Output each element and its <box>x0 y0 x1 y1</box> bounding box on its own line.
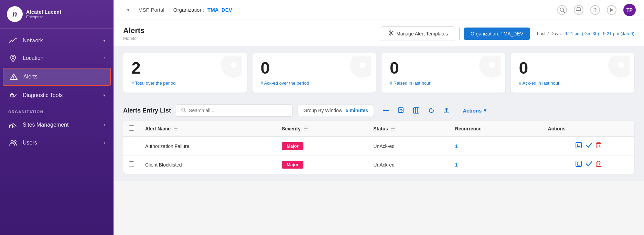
sidebar-item-label-network: Network <box>23 38 43 44</box>
users-arrow: › <box>104 140 105 145</box>
alerts-header: Alerts Monitor Manage Alert Templates Or… <box>114 20 644 46</box>
svg-point-3 <box>13 78 14 79</box>
alerts-icon <box>9 73 19 80</box>
search-input[interactable] <box>189 108 288 113</box>
sidebar-item-location[interactable]: Location › <box>0 49 114 67</box>
expand-row-button-0[interactable] <box>575 142 582 150</box>
row-status: UnAck-ed <box>368 156 449 174</box>
stat-card-1: 0 # Ack-ed over the period <box>253 53 376 93</box>
svg-rect-39 <box>576 161 581 167</box>
row-checkbox-1[interactable] <box>129 161 134 167</box>
delete-row-button-1[interactable] <box>596 161 601 169</box>
sidebar-item-network[interactable]: Network ▾ <box>0 32 114 49</box>
collapse-sidebar-button[interactable]: « <box>122 0 134 20</box>
diagnostic-icon <box>8 92 18 99</box>
stat-label: # Ack-ed over the period <box>261 81 368 86</box>
export-icon-btn[interactable] <box>441 105 452 116</box>
manage-btn-label: Manage Alert Templates <box>396 31 448 36</box>
alert-name-menu-icon[interactable]: ☰ <box>173 126 178 131</box>
severity-badge: Major <box>282 161 303 169</box>
sites-arrow: › <box>104 122 105 127</box>
svg-rect-33 <box>596 143 601 148</box>
svg-point-0 <box>12 56 14 58</box>
org-filter-button[interactable]: Organization: TMA_DEV <box>464 28 530 40</box>
sidebar-item-label-users: Users <box>23 140 37 146</box>
sidebar-item-label-sites: Sites Management <box>23 122 68 128</box>
row-actions-cell <box>543 156 634 174</box>
search-box[interactable] <box>176 104 293 117</box>
svg-rect-32 <box>576 142 581 148</box>
stat-label: # Total over the period <box>131 81 239 86</box>
svg-point-8 <box>14 141 16 143</box>
actions-dropdown-button[interactable]: Actions ▾ <box>457 105 492 116</box>
bell-icon-btn[interactable] <box>574 5 583 15</box>
sidebar-item-users[interactable]: Users › <box>0 134 114 152</box>
sidebar-logo: n Alcatel·Lucent Enterprise <box>0 0 114 29</box>
date-range-prefix: Last 7 Days: <box>537 31 562 36</box>
alerts-list-section: Alerts Entry List Group By Window: 5 min… <box>114 99 644 181</box>
th-status: Status ☰ <box>368 121 449 137</box>
date-range-value: 9:21 pm (Dec 30) - 9:21 pm (Jan 6) <box>565 31 634 36</box>
sidebar-nav: Network ▾ Location › Alerts <box>0 29 114 235</box>
row-actions <box>548 160 629 169</box>
stat-label: # Raised in last hour <box>390 81 497 86</box>
row-actions <box>548 142 629 150</box>
severity-badge: Major <box>282 142 303 150</box>
edit-icon-btn[interactable] <box>395 105 407 116</box>
sidebar-item-label-alerts: Alerts <box>23 74 37 80</box>
network-icon <box>8 38 18 44</box>
page-subtitle: Monitor <box>123 36 381 41</box>
play-icon-btn[interactable] <box>607 5 616 15</box>
ack-row-button-0[interactable] <box>586 142 592 150</box>
stat-card-0: 2 # Total over the period <box>123 53 247 93</box>
portal-label: MSP Portal <box>138 7 164 13</box>
select-all-checkbox[interactable] <box>129 125 134 131</box>
row-alert-name: Authorization Failure <box>140 137 276 156</box>
svg-line-10 <box>563 11 565 12</box>
org-section-label: ORGANIZATION <box>0 104 114 116</box>
th-severity: Severity ☰ <box>276 121 368 137</box>
alerts-title-block: Alerts Monitor <box>123 26 381 41</box>
group-by-window-button[interactable]: Group By Window: 5 minutes <box>298 105 374 116</box>
row-severity: Major <box>276 156 368 174</box>
topbar-org-label: Organization: <box>173 7 204 13</box>
search-icon <box>181 107 186 114</box>
network-arrow: ▾ <box>103 38 105 43</box>
severity-menu-icon[interactable]: ☰ <box>303 126 308 131</box>
sidebar-item-alerts[interactable]: Alerts <box>3 68 111 86</box>
stat-value: 0 <box>390 60 497 76</box>
help-icon-btn[interactable]: ? <box>590 5 600 15</box>
search-icon-btn[interactable] <box>557 5 567 15</box>
sidebar-item-diagnostic[interactable]: Diagnostic Tools ▾ <box>0 86 114 104</box>
sidebar-item-sites[interactable]: Sites Management › <box>0 116 114 134</box>
group-by-value: 5 minutes <box>346 108 368 113</box>
actions-label: Actions <box>463 108 482 114</box>
group-by-label: Group By Window: <box>303 108 344 113</box>
stat-value: 0 <box>261 60 368 76</box>
th-recurrence: Recurrence <box>450 121 543 137</box>
recurrence-value: 1 <box>455 162 458 168</box>
gear-icon <box>388 30 394 37</box>
expand-icon-btn[interactable] <box>380 105 392 116</box>
refresh-icon-btn[interactable] <box>426 105 437 116</box>
row-severity: Major <box>276 137 368 156</box>
column-icon-btn[interactable] <box>410 105 422 116</box>
th-actions: Actions <box>543 121 634 137</box>
row-checkbox-0[interactable] <box>129 143 134 148</box>
row-checkbox-cell <box>123 156 140 174</box>
manage-alert-templates-button[interactable]: Manage Alert Templates <box>381 26 455 41</box>
user-avatar[interactable]: TP <box>623 4 636 16</box>
th-alert-name: Alert Name ☰ <box>140 121 276 137</box>
topbar-org-value: TMA_DEV <box>207 7 232 13</box>
delete-row-button-0[interactable] <box>596 142 601 150</box>
row-alert-name: Client Blocklisted <box>140 156 276 174</box>
svg-marker-11 <box>610 8 613 12</box>
sidebar: n Alcatel·Lucent Enterprise Network ▾ <box>0 0 114 235</box>
alerts-list-title: Alerts Entry List <box>123 107 171 114</box>
ack-row-button-1[interactable] <box>586 161 592 168</box>
svg-marker-25 <box>388 109 389 111</box>
stat-value: 2 <box>131 60 239 76</box>
expand-row-button-1[interactable] <box>575 160 582 169</box>
status-menu-icon[interactable]: ☰ <box>391 126 395 131</box>
stats-grid: 2 # Total over the period 0 # Ack-ed ove… <box>114 46 644 99</box>
